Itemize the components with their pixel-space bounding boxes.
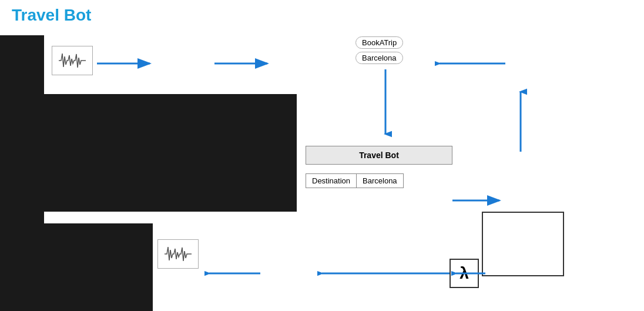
audio-icon-top <box>52 46 93 75</box>
travel-bot-box: Travel Bot <box>306 146 452 165</box>
destination-table: Destination Barcelona <box>306 173 404 188</box>
arrow-right-1 <box>97 57 156 70</box>
middle-black-area <box>44 94 297 212</box>
arrow-left-top <box>435 57 505 70</box>
dest-value: Barcelona <box>357 174 403 188</box>
white-box-topleft <box>482 212 564 276</box>
pill-bookatrip: BookATrip <box>355 36 403 49</box>
arrow-left-lambda <box>317 267 452 280</box>
dest-label: Destination <box>306 174 357 188</box>
page-title: Travel Bot <box>12 6 91 25</box>
pill-barcelona-top: Barcelona <box>355 52 403 64</box>
arrow-down-1 <box>379 69 392 140</box>
arrow-right-dest <box>452 194 505 207</box>
arrow-left-bottom <box>204 267 263 280</box>
bottom-left-black <box>0 223 153 311</box>
arrow-up-1 <box>514 87 527 152</box>
arrow-right-2 <box>214 57 273 70</box>
audio-icon-bottom <box>157 239 199 269</box>
arrow-left-from-whitebox <box>451 267 487 280</box>
